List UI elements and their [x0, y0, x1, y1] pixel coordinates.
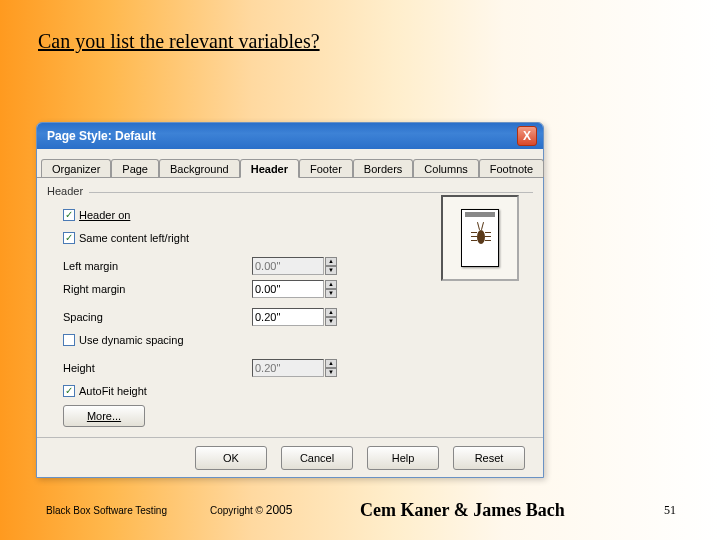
- window-title: Page Style: Default: [47, 129, 156, 143]
- autofit-checkbox[interactable]: ✓: [63, 385, 75, 397]
- more-button[interactable]: More...: [63, 405, 145, 427]
- dynamic-spacing-checkbox[interactable]: [63, 334, 75, 346]
- left-margin-spinner[interactable]: ▲▼: [325, 257, 337, 275]
- reset-button[interactable]: Reset: [453, 446, 525, 470]
- right-margin-label: Right margin: [63, 283, 125, 295]
- tab-footer[interactable]: Footer: [299, 159, 353, 177]
- right-margin-field[interactable]: 0.00": [252, 280, 324, 298]
- left-margin-label: Left margin: [63, 260, 118, 272]
- page-style-dialog: Page Style: Default X Organizer Page Bac…: [36, 122, 544, 478]
- autofit-text: AutoFit height: [79, 385, 147, 397]
- footer-page-number: 51: [664, 503, 676, 518]
- height-spinner[interactable]: ▲▼: [325, 359, 337, 377]
- spacing-field[interactable]: 0.20": [252, 308, 324, 326]
- dynamic-spacing-label[interactable]: Use dynamic spacing: [63, 334, 184, 346]
- tab-footnote[interactable]: Footnote: [479, 159, 544, 177]
- height-field[interactable]: 0.20": [252, 359, 324, 377]
- left-margin-field[interactable]: 0.00": [252, 257, 324, 275]
- tab-columns[interactable]: Columns: [413, 159, 478, 177]
- bug-icon: [473, 222, 489, 252]
- spacing-label: Spacing: [63, 311, 103, 323]
- same-content-label[interactable]: ✓ Same content left/right: [63, 232, 189, 244]
- tab-borders[interactable]: Borders: [353, 159, 414, 177]
- group-label-header: Header: [47, 185, 83, 197]
- ok-button[interactable]: OK: [195, 446, 267, 470]
- autofit-label[interactable]: ✓ AutoFit height: [63, 385, 147, 397]
- close-button[interactable]: X: [517, 126, 537, 146]
- right-margin-spinner[interactable]: ▲▼: [325, 280, 337, 298]
- height-label: Height: [63, 362, 95, 374]
- tab-background[interactable]: Background: [159, 159, 240, 177]
- titlebar: Page Style: Default X: [37, 123, 543, 149]
- close-icon: X: [523, 129, 531, 143]
- footer-authors: Cem Kaner & James Bach: [360, 500, 565, 521]
- header-on-checkbox[interactable]: ✓: [63, 209, 75, 221]
- footer-course: Black Box Software Testing: [46, 505, 167, 516]
- header-on-label[interactable]: ✓ Header on: [63, 209, 130, 221]
- spacing-spinner[interactable]: ▲▼: [325, 308, 337, 326]
- same-content-checkbox[interactable]: ✓: [63, 232, 75, 244]
- footer-copyright: Copyright © 2005: [210, 503, 292, 517]
- tab-header[interactable]: Header: [240, 159, 299, 178]
- slide-title: Can you list the relevant variables?: [38, 30, 320, 53]
- tab-page[interactable]: Page: [111, 159, 159, 177]
- header-on-text: Header on: [79, 209, 130, 221]
- tab-row: Organizer Page Background Header Footer …: [37, 156, 543, 178]
- tab-organizer[interactable]: Organizer: [41, 159, 111, 177]
- cancel-button[interactable]: Cancel: [281, 446, 353, 470]
- dialog-footer: OK Cancel Help Reset: [37, 437, 543, 477]
- same-content-text: Same content left/right: [79, 232, 189, 244]
- help-button[interactable]: Help: [367, 446, 439, 470]
- dynamic-spacing-text: Use dynamic spacing: [79, 334, 184, 346]
- header-panel: Header ✓ Header on: [37, 177, 543, 437]
- page-preview: [441, 195, 519, 281]
